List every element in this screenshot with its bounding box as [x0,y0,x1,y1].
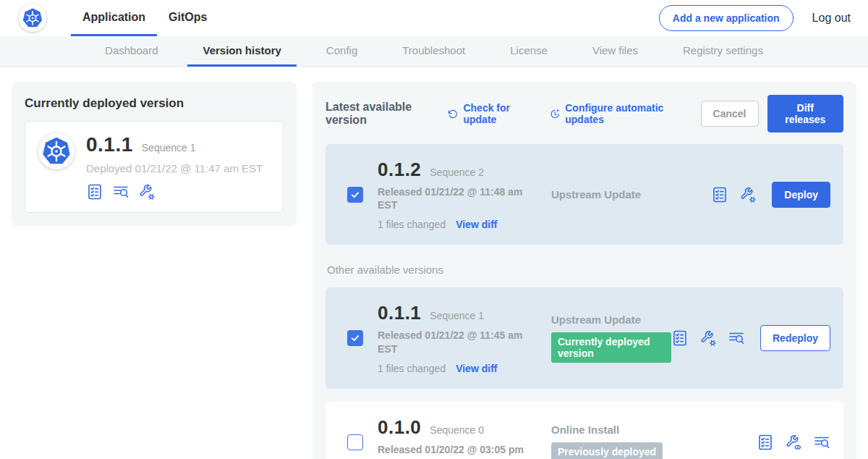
deploy-logs-icon[interactable] [112,183,129,201]
version-number: 0.1.0 [378,416,421,439]
redeploy-button[interactable]: Redeploy [760,325,830,351]
view-diff-link[interactable]: View diff [456,219,497,230]
preflight-checks-icon[interactable] [671,329,689,347]
sequence-label: Sequence 2 [430,167,484,178]
subnav-tab-config[interactable]: Config [311,36,373,67]
files-changed-label: 1 files changed [378,219,446,230]
subnav-tab-dashboard[interactable]: Dashboard [90,36,173,67]
kubernetes-logo-icon [19,4,46,32]
subnav-tab-troubleshoot[interactable]: Troubleshoot [387,36,480,67]
logout-link[interactable]: Log out [812,12,851,25]
subnav-tab-version-history[interactable]: Version history [187,36,296,67]
preflight-checks-icon[interactable] [711,186,728,203]
edit-config-icon[interactable] [739,186,757,203]
preflight-checks-icon[interactable] [757,434,774,451]
configure-updates-label: Configure automatic updates [565,102,684,125]
cancel-button[interactable]: Cancel [701,101,759,127]
sequence-label: Sequence 1 [430,310,484,321]
deploy-logs-icon[interactable] [813,434,830,451]
subnav-tab-view-files[interactable]: View files [577,36,653,67]
currently-deployed-title: Currently deployed version [25,96,284,111]
add-new-application-button[interactable]: Add a new application [659,5,793,31]
released-timestamp: Released 01/20/22 @ 03:05 pm EST [378,443,535,459]
deployed-sequence-label: Sequence 1 [142,142,196,153]
deployed-version-card: 0.1.1 Sequence 1 Deployed 01/21/22 @ 11:… [25,121,284,213]
tab-application-label: Application [82,11,145,24]
version-source-label: Upstream Update [551,313,671,326]
version-row-0-1-1: 0.1.1 Sequence 1 Released 01/21/22 @ 11:… [326,287,843,388]
app-icon [38,133,75,169]
main-content: Currently deployed version 0.1.1 Sequenc… [0,67,868,459]
released-timestamp: Released 01/21/22 @ 11:45 am EST [378,329,535,355]
diff-releases-button[interactable]: Diff releases [767,95,843,132]
version-number: 0.1.1 [378,302,421,324]
check-for-update-link[interactable]: Check for update [448,102,534,125]
version-source-label: Upstream Update [551,188,711,201]
previously-deployed-badge: Previously deployed [551,442,663,459]
view-config-icon[interactable] [785,434,802,451]
edit-config-icon[interactable] [699,329,717,347]
available-versions-panel: Latest available version Check for updat… [312,82,856,459]
sequence-label: Sequence 0 [430,424,484,436]
subnav-tab-license[interactable]: License [495,36,563,67]
version-source-label: Online Install [551,424,757,436]
version-row-0-1-2: 0.1.2 Sequence 2 Released 01/21/22 @ 11:… [326,144,843,245]
top-nav-right: Add a new application Log out [659,0,851,36]
version-checkbox-0-1-1[interactable] [347,330,363,346]
version-number: 0.1.2 [378,159,421,181]
edit-config-icon[interactable] [138,183,156,201]
refresh-icon [448,108,458,120]
configure-automatic-updates-link[interactable]: Configure automatic updates [550,102,685,125]
tab-gitops-label: GitOps [169,11,207,24]
other-available-versions-title: Other available versions [327,264,843,276]
deploy-logs-icon[interactable] [728,329,745,347]
available-versions-header: Latest available version Check for updat… [326,95,843,132]
deployed-version-number: 0.1.1 [86,133,133,156]
version-checkbox-0-1-0[interactable] [347,434,363,450]
view-diff-link[interactable]: View diff [456,363,497,374]
row-spacer [326,389,843,402]
currently-deployed-badge: Currently deployed version [551,332,671,363]
tab-gitops[interactable]: GitOps [157,0,218,36]
tab-application[interactable]: Application [71,0,157,36]
version-checkbox-0-1-2[interactable] [347,187,363,203]
version-row-0-1-0: 0.1.0 Sequence 0 Released 01/20/22 @ 03:… [326,402,843,459]
deployed-timestamp: Deployed 01/21/22 @ 11:47 am EST [86,162,263,174]
files-changed-label: 1 files changed [378,363,446,374]
schedule-icon [550,108,561,120]
app-sub-nav: Dashboard Version history Config Trouble… [0,36,868,67]
latest-available-title: Latest available version [326,101,438,127]
currently-deployed-panel: Currently deployed version 0.1.1 Sequenc… [12,82,297,226]
top-nav-tabs: Application GitOps [71,0,218,36]
preflight-checks-icon[interactable] [86,183,103,201]
top-nav: Application GitOps Add a new application… [0,0,868,36]
checkmark-icon [350,190,360,200]
subnav-tab-registry-settings[interactable]: Registry settings [668,36,778,67]
checkmark-icon [350,333,360,343]
check-for-update-label: Check for update [463,102,533,125]
deploy-button[interactable]: Deploy [772,182,830,208]
released-timestamp: Released 01/21/22 @ 11:48 am EST [378,185,535,211]
